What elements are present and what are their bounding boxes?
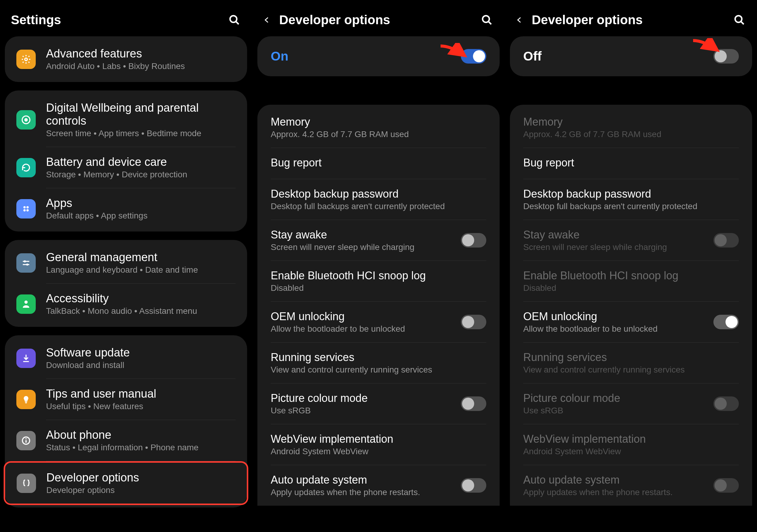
settings-item-title: Software update <box>46 346 236 359</box>
settings-group: Software updateDownload and installTips … <box>5 335 247 508</box>
settings-item[interactable]: Digital Wellbeing and parental controlsS… <box>5 93 247 147</box>
back-icon[interactable] <box>516 14 523 26</box>
devopts-item-subtitle: Approx. 4.2 GB of 7.7 GB RAM used <box>523 129 739 139</box>
devopts-item-text: Enable Bluetooth HCI snoop logDisabled <box>271 269 486 293</box>
devopts-item-title: Auto update system <box>523 474 713 486</box>
settings-item-title: About phone <box>46 429 236 441</box>
devopts-item-text: Running servicesView and control current… <box>523 351 739 375</box>
settings-item[interactable]: Advanced featuresAndroid Auto • Labs • B… <box>5 39 247 80</box>
svg-point-18 <box>483 16 489 22</box>
devopts-item-title: Stay awake <box>523 229 713 241</box>
devopts-item[interactable]: Bug report <box>257 148 500 179</box>
devopts-off-panel: Developer options Off MemoryApprox. 4.2 … <box>504 0 757 532</box>
devopts-item: Enable Bluetooth HCI snoop logDisabled <box>510 261 752 301</box>
search-icon[interactable] <box>228 13 241 27</box>
devopts-item-text: Desktop backup passwordDesktop full back… <box>271 188 486 211</box>
highlight-box: Developer optionsDeveloper options <box>4 461 248 505</box>
svg-point-6 <box>26 206 29 209</box>
master-toggle-off[interactable]: Off <box>510 36 752 76</box>
settings-item-text: General managementLanguage and keyboard … <box>46 251 236 275</box>
settings-item[interactable]: General managementLanguage and keyboard … <box>5 242 247 283</box>
devopts-item-text: Desktop backup passwordDesktop full back… <box>523 188 739 211</box>
devopts-item: MemoryApprox. 4.2 GB of 7.7 GB RAM used <box>510 107 752 148</box>
settings-item-subtitle: Developer options <box>46 486 235 495</box>
devopts-item[interactable]: OEM unlockingAllow the bootloader to be … <box>510 302 752 342</box>
devopts-item-subtitle: Android System WebView <box>271 447 486 456</box>
settings-item-title: Digital Wellbeing and parental controls <box>46 101 236 127</box>
devopts-item-text: Auto update systemApply updates when the… <box>271 474 461 497</box>
settings-group: Digital Wellbeing and parental controlsS… <box>5 91 247 232</box>
devopts-list: MemoryApprox. 4.2 GB of 7.7 GB RAM usedB… <box>510 105 752 506</box>
settings-panel: Settings Advanced featuresAndroid Auto •… <box>0 0 252 532</box>
toggle-switch-icon[interactable] <box>461 233 486 247</box>
devopts-item[interactable]: Picture colour modeUse sRGB <box>257 383 500 424</box>
svg-point-4 <box>24 118 28 121</box>
settings-item[interactable]: Developer optionsDeveloper options <box>5 463 247 504</box>
svg-point-8 <box>26 209 29 211</box>
settings-item-text: Digital Wellbeing and parental controlsS… <box>46 101 236 138</box>
devopts-item-text: OEM unlockingAllow the bootloader to be … <box>523 310 713 334</box>
search-icon[interactable] <box>480 13 494 27</box>
settings-item-text: AccessibilityTalkBack • Mono audio • Ass… <box>46 292 236 316</box>
toggle-switch-icon[interactable] <box>461 478 486 493</box>
devopts-item[interactable]: Enable Bluetooth HCI snoop logDisabled <box>257 261 500 301</box>
search-icon[interactable] <box>733 13 746 27</box>
settings-item-subtitle: Storage • Memory • Device protection <box>46 170 236 180</box>
devopts-item-title: Running services <box>271 351 486 364</box>
gear-icon <box>16 50 36 69</box>
devopts-item[interactable]: Auto update systemApply updates when the… <box>257 465 500 506</box>
settings-item[interactable]: About phoneStatus • Legal information • … <box>5 420 247 461</box>
master-toggle-label: Off <box>523 49 542 64</box>
settings-item[interactable]: AppsDefault apps • App settings <box>5 188 247 229</box>
toggle-switch-icon <box>713 396 739 411</box>
devopts-item-subtitle: Desktop full backups aren't currently pr… <box>523 202 739 211</box>
svg-line-22 <box>741 21 744 24</box>
devopts-item: Auto update systemApply updates when the… <box>510 465 752 506</box>
settings-item-title: Apps <box>46 197 236 210</box>
devopts-item-subtitle: Use sRGB <box>271 406 461 415</box>
settings-item[interactable]: Software updateDownload and install <box>5 338 247 378</box>
devopts-item-title: Picture colour mode <box>271 392 461 405</box>
refresh-icon <box>16 158 36 177</box>
settings-group: Advanced featuresAndroid Auto • Labs • B… <box>5 36 247 82</box>
devopts-item[interactable]: MemoryApprox. 4.2 GB of 7.7 GB RAM used <box>257 107 500 148</box>
toggle-switch-icon[interactable] <box>461 396 486 411</box>
devopts-item-text: Picture colour modeUse sRGB <box>271 392 461 415</box>
svg-point-21 <box>735 16 742 22</box>
download-icon <box>16 349 36 368</box>
settings-item[interactable]: AccessibilityTalkBack • Mono audio • Ass… <box>5 284 247 324</box>
svg-line-19 <box>488 21 492 24</box>
settings-item-subtitle: TalkBack • Mono audio • Assistant menu <box>46 306 236 316</box>
settings-header: Settings <box>5 0 247 36</box>
devopts-item[interactable]: Bug report <box>510 148 752 179</box>
devopts-item-subtitle: Allow the bootloader to be unlocked <box>523 324 713 334</box>
master-toggle-on[interactable]: On <box>257 36 500 76</box>
devopts-item[interactable]: WebView implementationAndroid System Web… <box>257 424 500 465</box>
devopts-item: Running servicesView and control current… <box>510 343 752 383</box>
devopts-item[interactable]: Desktop backup passwordDesktop full back… <box>510 179 752 220</box>
settings-item[interactable]: Tips and user manualUseful tips • New fe… <box>5 379 247 420</box>
settings-item-title: Advanced features <box>46 47 236 60</box>
settings-item[interactable]: Battery and device careStorage • Memory … <box>5 147 247 188</box>
settings-item-text: Advanced featuresAndroid Auto • Labs • B… <box>46 47 236 71</box>
toggle-switch-icon[interactable] <box>713 315 739 329</box>
devopts-item[interactable]: Stay awakeScreen will never sleep while … <box>257 220 500 261</box>
toggle-switch-icon[interactable] <box>461 315 486 329</box>
devopts-item-title: Desktop backup password <box>271 188 486 200</box>
settings-item-title: Battery and device care <box>46 155 236 169</box>
devopts-item-text: Auto update systemApply updates when the… <box>523 474 713 497</box>
devopts-item-text: WebView implementationAndroid System Web… <box>523 433 739 456</box>
devopts-item[interactable]: Desktop backup passwordDesktop full back… <box>257 179 500 220</box>
devopts-item-title: Enable Bluetooth HCI snoop log <box>271 269 486 282</box>
toggle-switch-icon[interactable] <box>461 49 486 64</box>
settings-item-title: General management <box>46 251 236 264</box>
back-icon[interactable] <box>263 14 271 26</box>
devopts-item-subtitle: Apply updates when the phone restarts. <box>271 488 461 497</box>
toggle-switch-icon[interactable] <box>713 49 739 64</box>
devopts-item-title: Bug report <box>523 156 739 169</box>
devopts-item[interactable]: OEM unlockingAllow the bootloader to be … <box>257 302 500 342</box>
devopts-item[interactable]: Running servicesView and control current… <box>257 343 500 383</box>
settings-item-subtitle: Download and install <box>46 360 236 370</box>
svg-point-5 <box>23 206 26 209</box>
devopts-item-title: Desktop backup password <box>523 188 739 200</box>
